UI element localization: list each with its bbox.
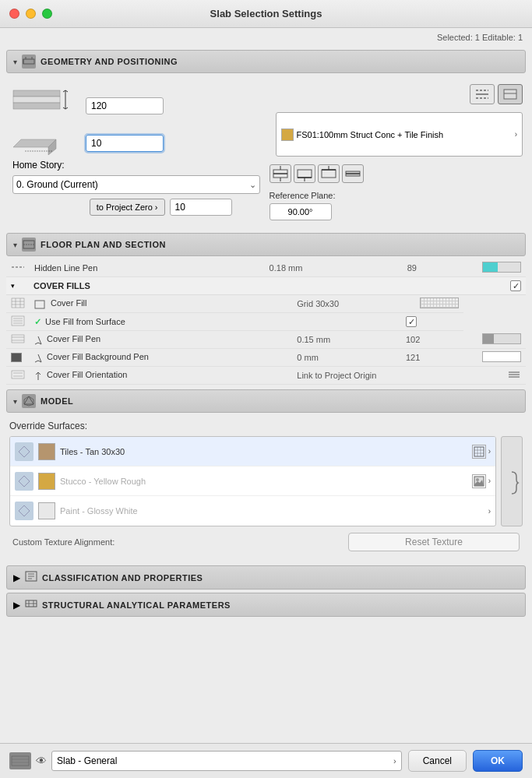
title-bar: Slab Selection Settings <box>0 0 532 28</box>
surface-arrow-2[interactable]: › <box>488 507 491 516</box>
cfp-label: Cover Fill Pen <box>30 331 292 349</box>
footer: 👁 Slab - General › Cancel OK <box>0 743 532 778</box>
svg-rect-4 <box>13 90 60 97</box>
svg-rect-60 <box>474 447 484 456</box>
cfp-icon-cell <box>6 331 30 349</box>
surface-grid-btn-0[interactable] <box>472 445 486 459</box>
structure-btn-2[interactable] <box>498 84 523 104</box>
maximize-button[interactable] <box>42 9 52 19</box>
svg-marker-57 <box>24 396 33 404</box>
override-surfaces-label: Override Surfaces: <box>9 421 523 431</box>
to-project-zero-btn[interactable]: to Project Zero › <box>90 199 165 216</box>
cover-fill-swatch-cell <box>401 295 463 313</box>
svg-marker-59 <box>19 446 30 457</box>
height-input[interactable]: 120 <box>86 97 164 114</box>
header-row: Selected: 1 Editable: 1 <box>0 28 532 45</box>
proj-zero-input[interactable]: 10 <box>170 199 232 216</box>
classification-section-header[interactable]: ▶ CLASSIFICATION AND PROPERTIES <box>6 565 526 590</box>
selected-info: Selected: 1 Editable: 1 <box>437 33 523 42</box>
hidden-line-label: Hidden Line Pen <box>30 259 265 277</box>
surface-row-2[interactable]: Paint - Glossy White › <box>10 496 495 526</box>
slab-type-dropdown[interactable]: Slab - General › <box>51 751 402 771</box>
minimize-button[interactable] <box>26 9 36 19</box>
model-content: Override Surfaces: Tiles - Tan 30x30 <box>6 416 526 562</box>
surface-color-1 <box>38 473 55 490</box>
home-story-select[interactable]: 0. Ground (Current) ⌄ <box>12 175 260 194</box>
surface-img-btn-1[interactable] <box>472 474 486 488</box>
cover-fill-swatch[interactable] <box>420 297 459 308</box>
proj-zero-arrow: › <box>155 202 158 212</box>
geo-left-col: 120 10 Home Story: <box>9 84 263 220</box>
window-title: Slab Selection Settings <box>210 8 322 19</box>
main-content: ▾ GEOMETRY AND POSITIONING <box>0 45 532 743</box>
surface-name-0: Tiles - Tan 30x30 <box>60 447 467 456</box>
surface-arrow-0[interactable]: › <box>488 447 491 456</box>
ref-plane-btn-2[interactable] <box>294 164 315 183</box>
ref-plane-btn-3[interactable] <box>318 164 340 183</box>
svg-rect-45 <box>12 335 24 343</box>
cover-fills-label: COVER FILLS <box>18 281 510 290</box>
close-button[interactable] <box>9 9 19 19</box>
cover-fill-pen-row: Cover Fill Pen 0.15 mm 102 <box>6 331 526 349</box>
surface-color-0 <box>38 443 55 460</box>
svg-rect-18 <box>504 90 516 99</box>
classification-icon <box>25 570 37 585</box>
svg-marker-65 <box>19 476 30 487</box>
geometry-section-header[interactable]: ▾ GEOMETRY AND POSITIONING <box>6 50 526 73</box>
ref-plane-btn-1[interactable] <box>270 164 291 183</box>
cfbp-label: Cover Fill Background Pen <box>30 349 292 367</box>
slab-type-value: Slab - General <box>57 755 117 766</box>
surface-icon-1 <box>15 472 33 491</box>
cfo-icon-cell <box>6 367 30 385</box>
cancel-button[interactable]: Cancel <box>408 750 467 772</box>
surfaces-link-btn[interactable] <box>501 436 523 526</box>
cover-fill-value: Grid 30x30 <box>292 295 401 313</box>
reset-texture-btn[interactable]: Reset Texture <box>348 533 520 551</box>
thickness-input[interactable]: 10 <box>86 135 164 152</box>
surface-controls-2: › <box>488 507 491 516</box>
floor-plan-label: FLOOR PLAN AND SECTION <box>41 240 166 249</box>
structure-chevron: › <box>515 130 517 139</box>
surface-arrow-1[interactable]: › <box>488 477 491 485</box>
cfo-row: Cover Fill Orientation Link to Project O… <box>6 367 526 385</box>
cover-fills-header: ▾ COVER FILLS <box>6 277 526 295</box>
svg-rect-24 <box>298 170 312 178</box>
cfbp-row: Cover Fill Background Pen 0 mm 121 <box>6 349 526 367</box>
floor-plan-icon <box>22 238 36 252</box>
cover-fills-collapse[interactable]: ▾ <box>11 282 15 290</box>
footer-left: 👁 Slab - General › <box>9 751 402 771</box>
structural-label: STRUCTURAL ANALYTICAL PARAMETERS <box>42 600 231 610</box>
structural-section-header[interactable]: ▶ STRUCTURAL ANALYTICAL PARAMETERS <box>6 593 526 617</box>
model-label: MODEL <box>41 396 73 406</box>
cfbp-swatch[interactable] <box>482 351 521 362</box>
surface-icon-0 <box>15 442 33 461</box>
svg-rect-5 <box>13 97 60 103</box>
ref-plane-btn-4[interactable] <box>342 164 364 183</box>
surfaces-container: Tiles - Tan 30x30 › <box>9 436 523 526</box>
geometry-label: GEOMETRY AND POSITIONING <box>41 57 178 66</box>
floor-plan-arrow: ▾ <box>13 241 17 249</box>
cover-fills-table: Cover Fill Grid 30x30 <box>6 295 526 385</box>
use-fill-checkbox-cell <box>401 313 463 331</box>
floor-plan-table: Hidden Line Pen 0.18 mm 89 <box>6 259 526 277</box>
surface-icon-2 <box>15 502 33 520</box>
use-fill-checkbox[interactable] <box>406 316 417 327</box>
ok-button[interactable]: OK <box>473 750 523 772</box>
model-section-header[interactable]: ▾ MODEL <box>6 389 526 413</box>
geometry-arrow: ▾ <box>13 58 17 66</box>
visibility-icon[interactable]: 👁 <box>36 755 47 767</box>
structure-btn-1[interactable] <box>470 84 495 104</box>
hidden-line-swatch[interactable] <box>482 262 521 273</box>
svg-rect-78 <box>12 756 29 766</box>
surface-row-1[interactable]: Stucco - Yellow Rough › <box>10 466 495 496</box>
geometry-icon <box>22 55 36 69</box>
floor-plan-section-header[interactable]: ▾ FLOOR PLAN AND SECTION <box>6 233 526 256</box>
surface-row-0[interactable]: Tiles - Tan 30x30 › <box>10 437 495 466</box>
angle-input[interactable]: 90.00° <box>270 203 332 220</box>
cfp-swatch[interactable] <box>482 333 521 344</box>
cover-fills-checkbox[interactable] <box>510 280 521 291</box>
use-fill-icon-cell <box>6 313 30 331</box>
home-story-value: 0. Ground (Current) <box>16 179 98 190</box>
structure-dropdown[interactable]: FS01:100mm Struct Conc + Tile Finish › <box>276 112 523 157</box>
structure-color-swatch <box>281 128 294 141</box>
